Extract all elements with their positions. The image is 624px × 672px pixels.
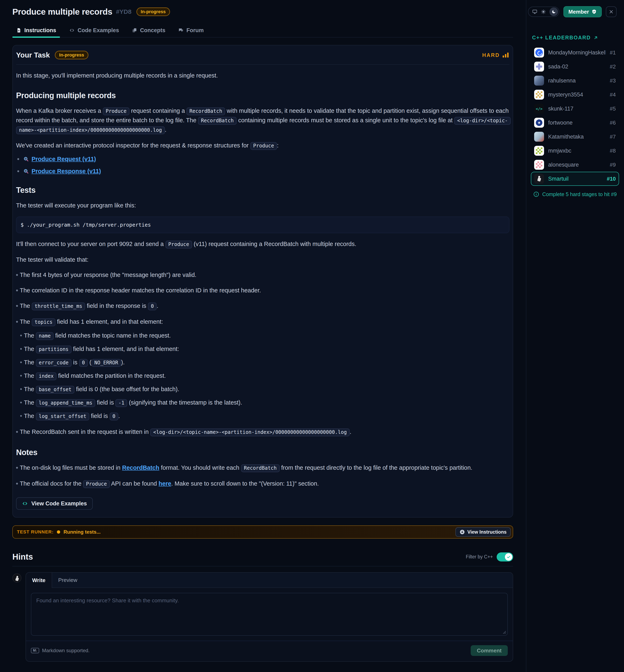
tab-label: Code Examples bbox=[78, 27, 119, 33]
close-icon bbox=[609, 9, 614, 14]
avatar-profile-photo bbox=[534, 76, 544, 85]
tab-label: Forum bbox=[186, 27, 204, 33]
tab-code-examples[interactable]: Code Examples bbox=[65, 24, 123, 37]
code-icon bbox=[69, 28, 75, 33]
leaderboard-row-current-user[interactable]: Smartuil #10 bbox=[531, 172, 619, 186]
command-code-block: $ ./your_program.sh /tmp/server.properti… bbox=[16, 217, 510, 233]
button-label: View Instructions bbox=[467, 529, 506, 535]
light-theme-icon[interactable] bbox=[541, 9, 546, 15]
tab-forum[interactable]: Forum bbox=[175, 24, 208, 37]
inline-code: index bbox=[36, 372, 56, 380]
leaderboard-row[interactable]: sada-02 #2 bbox=[531, 59, 619, 74]
button-label: View Code Examples bbox=[31, 500, 87, 507]
view-code-examples-button[interactable]: View Code Examples bbox=[16, 497, 93, 510]
inline-link[interactable]: RecordBatch bbox=[122, 464, 159, 471]
leaderboard-name: rahulsenna bbox=[548, 77, 606, 84]
markdown-note: Markdown supported. bbox=[42, 648, 89, 653]
bullet-item: The partitions field has 1 element, and … bbox=[20, 344, 510, 354]
inline-code: name bbox=[36, 332, 54, 340]
comment-submit-button[interactable]: Comment bbox=[471, 645, 508, 656]
leaderboard-rank: #8 bbox=[610, 148, 616, 154]
leaderboard-list: MondayMorningHaskell #1 sada-02 #2 rahul… bbox=[531, 46, 619, 186]
leaderboard-rank: #10 bbox=[607, 176, 616, 182]
leaderboard-row[interactable]: mmjwxbc #8 bbox=[531, 144, 619, 158]
tab-instructions[interactable]: Instructions bbox=[12, 24, 60, 37]
leaderboard-row[interactable]: alonesquare #9 bbox=[531, 158, 619, 172]
inline-code: throttle_time_ms bbox=[32, 302, 85, 310]
filter-by-cpp: Filter by C++ bbox=[466, 552, 513, 562]
shield-check-icon bbox=[592, 9, 597, 15]
tab-bar: Instructions Code Examples Concepts Foru… bbox=[12, 24, 513, 38]
leaderboard-rank: #6 bbox=[610, 120, 616, 126]
code-icon bbox=[22, 501, 28, 506]
inline-code: NO_ERROR bbox=[92, 359, 121, 367]
inline-code: RecordBatch bbox=[186, 107, 225, 115]
difficulty-label: HARD bbox=[482, 52, 500, 58]
comment-footer: M↓ Markdown supported. Comment bbox=[26, 641, 513, 661]
leaderboard-row[interactable]: rahulsenna #3 bbox=[531, 74, 619, 88]
magnifier-icon bbox=[23, 156, 29, 162]
paragraph: The tester will validate that: bbox=[16, 255, 510, 264]
inline-code: error_code bbox=[36, 359, 72, 367]
produce-request-link[interactable]: Produce Request (v11) bbox=[31, 156, 96, 163]
file-text-icon bbox=[16, 28, 21, 33]
inline-code: 0 bbox=[110, 413, 118, 420]
hints-header: Hints Filter by C++ bbox=[12, 552, 513, 562]
leaderboard-row[interactable]: </> skunk-117 #5 bbox=[531, 102, 619, 116]
leaderboard-title: C++ LEADERBOARD bbox=[532, 35, 591, 41]
system-theme-icon[interactable] bbox=[532, 9, 538, 15]
bullet-item: The on-disk log files must be stored in … bbox=[16, 463, 510, 473]
validation-list: The first 4 bytes of your response (the … bbox=[16, 270, 510, 437]
markdown-icon: M↓ bbox=[31, 648, 39, 653]
inline-code: Produce bbox=[83, 480, 110, 488]
tab-concepts[interactable]: Concepts bbox=[128, 24, 169, 37]
member-button[interactable]: Member bbox=[564, 6, 602, 17]
bullet-text: The topics field has 1 element, and in t… bbox=[20, 318, 163, 325]
leaderboard-heading[interactable]: C++ LEADERBOARD bbox=[531, 35, 619, 41]
intro-paragraph: In this stage, you'll implement producin… bbox=[16, 71, 510, 80]
leaderboard-row[interactable]: ★ fortwoone #6 bbox=[531, 116, 619, 130]
list-item: Produce Response (v11) bbox=[16, 168, 510, 175]
section-heading-tests: Tests bbox=[16, 186, 510, 195]
leaderboard-name: sada-02 bbox=[548, 64, 606, 70]
divider bbox=[12, 566, 513, 567]
theme-switcher[interactable] bbox=[528, 7, 559, 17]
hints-title: Hints bbox=[12, 552, 33, 562]
leaderboard-row[interactable]: mysteryn3554 #4 bbox=[531, 88, 619, 102]
avatar-astronaut bbox=[534, 174, 544, 184]
bullet-item: The first 4 bytes of your response (the … bbox=[16, 270, 510, 280]
leaderboard-name: skunk-117 bbox=[548, 105, 606, 112]
difficulty-bars-icon bbox=[503, 53, 509, 57]
leaderboard-row[interactable]: MondayMorningHaskell #1 bbox=[531, 46, 619, 59]
bullet-item: The name field matches the topic name in… bbox=[20, 331, 510, 341]
task-heading: Your Task bbox=[16, 51, 50, 59]
leaderboard-rank: #5 bbox=[610, 105, 616, 112]
app-window: Member Produce multiple records #YD8 In-… bbox=[0, 0, 624, 672]
inline-code: partitions bbox=[36, 346, 72, 353]
inline-link[interactable]: here bbox=[159, 480, 171, 487]
tab-label: Instructions bbox=[24, 27, 56, 33]
close-button[interactable] bbox=[606, 6, 617, 17]
leaderboard-row[interactable]: Katamithetaka #7 bbox=[531, 130, 619, 144]
leaderboard-name: mysteryn3554 bbox=[548, 92, 606, 98]
filter-toggle[interactable] bbox=[497, 552, 513, 562]
inline-code: Produce bbox=[251, 142, 277, 150]
comment-input[interactable] bbox=[31, 593, 508, 636]
produce-response-link[interactable]: Produce Response (v11) bbox=[31, 168, 101, 175]
inline-code: Produce bbox=[103, 107, 129, 115]
bullet-item: The correlation ID in the response heade… bbox=[16, 286, 510, 295]
dark-theme-icon[interactable] bbox=[549, 7, 558, 16]
task-card: Your Task In-progress HARD In this stage… bbox=[12, 45, 513, 518]
toggle-knob bbox=[505, 553, 512, 561]
member-label: Member bbox=[568, 9, 589, 15]
leaderboard-name: MondayMorningHaskell bbox=[548, 49, 606, 56]
bullet-item: The index field matches the partition in… bbox=[20, 371, 510, 381]
inline-code: 0 bbox=[148, 302, 157, 310]
tab-write[interactable]: Write bbox=[26, 573, 52, 588]
user-avatar bbox=[12, 573, 21, 582]
nested-validation-list: The name field matches the topic name in… bbox=[20, 331, 510, 421]
view-instructions-button[interactable]: View Instructions bbox=[456, 527, 511, 537]
tab-preview[interactable]: Preview bbox=[52, 573, 83, 588]
leaderboard-rank: #9 bbox=[610, 161, 616, 168]
page-header: Produce multiple records #YD8 In-progres… bbox=[12, 0, 513, 24]
